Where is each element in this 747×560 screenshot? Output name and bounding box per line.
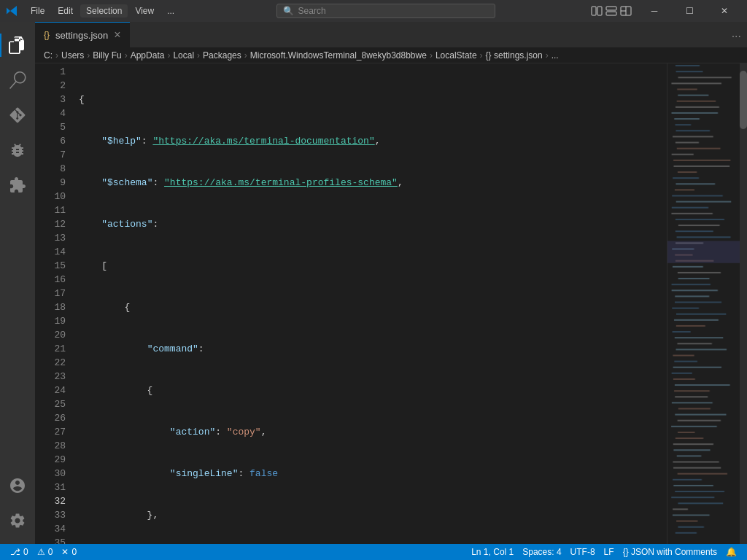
status-git-label: 0 [23, 547, 28, 557]
code-line-7: "command": [79, 342, 667, 356]
breadcrumb-more[interactable]: ... [551, 50, 559, 61]
code-line-2: "$help": "https://aka.ms/terminal-docume… [79, 134, 667, 148]
line-num-22: 22 [35, 356, 70, 370]
layout-icon[interactable] [605, 5, 617, 17]
close-button[interactable]: ✕ [708, 0, 741, 22]
status-line-ending[interactable]: LF [600, 547, 619, 557]
status-errors[interactable]: ⚠ 0 [33, 544, 58, 560]
code-content[interactable]: { "$help": "https://aka.ms/terminal-docu… [76, 63, 667, 544]
status-spaces[interactable]: Spaces: 4 [518, 547, 565, 557]
line-num-8: 8 [35, 162, 70, 176]
language-label: {} JSON with Comments [623, 547, 717, 557]
line-num-16: 16 [35, 273, 70, 287]
activity-item-debug[interactable] [0, 133, 35, 168]
maximize-button[interactable]: ☐ [673, 0, 706, 22]
breadcrumb-packages[interactable]: Packages [203, 50, 241, 61]
code-line-1: { [79, 93, 667, 106]
status-right: Ln 1, Col 1 Spaces: 4 UTF-8 LF {} JSON w… [467, 547, 741, 557]
line-num-32: 32 [35, 494, 70, 508]
git-icon: ⎇ [10, 547, 20, 557]
minimap [667, 63, 740, 544]
code-line-11: }, [79, 508, 667, 522]
line-num-34: 34 [35, 522, 70, 536]
status-git-branch[interactable]: ⎇ 0 [6, 544, 33, 560]
line-num-10: 10 [35, 190, 70, 203]
vertical-scrollbar[interactable] [740, 63, 747, 544]
breadcrumb-users[interactable]: Users [61, 50, 84, 61]
line-num-24: 24 [35, 384, 70, 397]
scrollbar-thumb[interactable] [740, 71, 747, 129]
activity-item-search[interactable] [0, 63, 35, 98]
line-num-28: 28 [35, 439, 70, 453]
breadcrumb-wt[interactable]: Microsoft.WindowsTerminal_8wekyb3d8bbwe [250, 50, 427, 61]
tab-file-icon: {} [44, 30, 50, 40]
search-bar[interactable]: 🔍 [276, 4, 495, 18]
line-num-15: 15 [35, 259, 70, 273]
menu-more[interactable]: ... [161, 4, 180, 18]
line-num-17: 17 [35, 287, 70, 300]
split-editor-icon[interactable] [591, 5, 603, 17]
code-editor: 1 2 3 4 5 6 7 8 9 10 11 12 13 14 15 16 1… [35, 63, 747, 544]
status-bar: ⎇ 0 ⚠ 0 ✕ 0 Ln 1, Col 1 Spaces: 4 UTF-8 … [0, 544, 747, 560]
title-bar-left: File Edit Selection View ... [6, 4, 180, 18]
activity-item-git[interactable] [0, 98, 35, 133]
line-num-11: 11 [35, 203, 70, 217]
customize-layout-icon[interactable] [620, 5, 632, 17]
layout-icons [591, 5, 632, 17]
window-controls: ─ ☐ ✕ [638, 0, 741, 22]
status-warnings-label: 0 [71, 547, 77, 557]
breadcrumb-c[interactable]: C: [44, 50, 53, 61]
line-num-20: 20 [35, 328, 70, 342]
breadcrumb: C: › Users › Billy Fu › AppData › Local … [35, 47, 747, 63]
svg-rect-0 [592, 7, 596, 15]
line-num-1: 1 [35, 65, 70, 79]
line-num-23: 23 [35, 370, 70, 384]
search-icon: 🔍 [283, 6, 294, 16]
tab-actions: ··· [732, 30, 741, 47]
more-tabs-icon[interactable]: ··· [732, 30, 741, 43]
breadcrumb-local[interactable]: Local [173, 50, 194, 61]
code-line-6: { [79, 300, 667, 314]
line-num-4: 4 [35, 106, 70, 120]
svg-rect-2 [606, 7, 616, 10]
menu-view[interactable]: View [129, 4, 160, 18]
tab-close-button[interactable]: × [114, 28, 120, 42]
breadcrumb-appdata[interactable]: AppData [131, 50, 165, 61]
status-language[interactable]: {} JSON with Comments [619, 547, 721, 557]
status-cursor-pos[interactable]: Ln 1, Col 1 [467, 547, 518, 557]
line-num-31: 31 [35, 481, 70, 494]
menu-selection[interactable]: Selection [80, 4, 128, 18]
line-num-3: 3 [35, 93, 70, 106]
tab-filename: settings.json [55, 30, 108, 41]
menu-edit[interactable]: Edit [52, 4, 79, 18]
status-encoding[interactable]: UTF-8 [566, 547, 600, 557]
line-num-33: 33 [35, 508, 70, 522]
title-bar: File Edit Selection View ... 🔍 ─ ☐ ✕ [0, 0, 747, 22]
activity-item-settings[interactable] [0, 503, 35, 538]
code-line-3: "$schema": "https://aka.ms/terminal-prof… [79, 176, 667, 190]
line-num-26: 26 [35, 411, 70, 425]
breadcrumb-billyfu[interactable]: Billy Fu [93, 50, 121, 61]
tab-settings-json[interactable]: {} settings.json × [35, 22, 130, 47]
activity-item-files[interactable] [0, 28, 35, 63]
search-input[interactable] [298, 6, 489, 16]
code-line-8: { [79, 384, 667, 397]
minimize-button[interactable]: ─ [638, 0, 671, 22]
status-warnings[interactable]: ✕ 0 [57, 544, 81, 560]
warning-icon: ✕ [61, 547, 69, 557]
line-num-25: 25 [35, 397, 70, 411]
breadcrumb-file[interactable]: {} settings.json [486, 50, 543, 61]
encoding-label: UTF-8 [570, 547, 595, 557]
line-num-9: 9 [35, 176, 70, 190]
spaces-label: Spaces: 4 [522, 547, 561, 557]
status-notifications[interactable]: 🔔 [721, 547, 741, 557]
menu-file[interactable]: File [25, 4, 50, 18]
bell-icon: 🔔 [726, 547, 737, 557]
line-num-18: 18 [35, 300, 70, 314]
editor-area: {} settings.json × ··· C: › Users › Bill… [35, 22, 747, 544]
activity-item-extensions[interactable] [0, 168, 35, 203]
breadcrumb-localstate[interactable]: LocalState [436, 50, 477, 61]
activity-item-account[interactable] [0, 468, 35, 503]
line-num-7: 7 [35, 148, 70, 162]
svg-rect-1 [597, 7, 602, 15]
